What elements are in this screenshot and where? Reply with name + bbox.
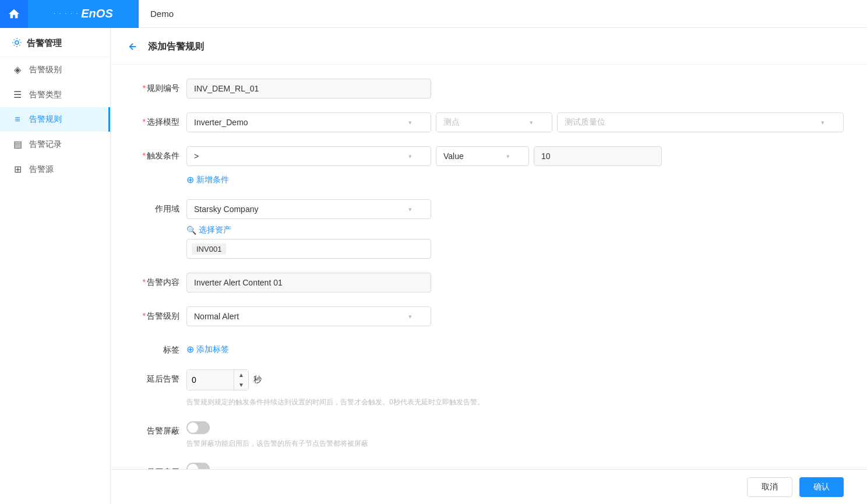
shield-row: 告警屏蔽 告警屏蔽功能启用后，该告警的所有子节点告警都将被屏蔽 <box>134 421 844 449</box>
sidebar: 告警管理 ◈ 告警级别 ☰ 告警类型 ≡ 告警规则 ▤ 告警记录 ⊞ 告警源 <box>0 28 111 504</box>
sidebar-item-alert-record[interactable]: ▤ 告警记录 <box>0 132 110 157</box>
add-condition-link[interactable]: ⊕ 新增条件 <box>186 174 229 185</box>
page-header: 添加告警规则 <box>111 28 867 65</box>
trigger-select-wrapper: > ▾ <box>186 146 431 166</box>
value-type-arrow: ▾ <box>506 153 510 160</box>
asset-tag-box[interactable]: INV001 <box>186 239 431 259</box>
delay-decrement-btn[interactable]: ▼ <box>234 380 248 390</box>
add-tag-icon: ⊕ <box>186 344 194 355</box>
value-number-input[interactable] <box>534 146 662 166</box>
alert-level-label: 告警级别 <box>134 306 186 322</box>
point-select[interactable]: 测点 ▾ <box>436 112 552 132</box>
alert-level-select-wrapper: Normal Alert ▾ <box>186 306 431 326</box>
model-select-arrow: ▾ <box>408 119 412 126</box>
add-tag-link[interactable]: ⊕ 添加标签 <box>186 344 229 355</box>
alert-rule-icon: ≡ <box>12 114 23 125</box>
alert-level-select[interactable]: Normal Alert ▾ <box>186 306 431 326</box>
point-placeholder: 测点 <box>443 117 460 128</box>
sidebar-item-label: 告警类型 <box>29 90 62 100</box>
scope-label: 作用域 <box>134 199 186 214</box>
sidebar-header: 告警管理 <box>0 28 110 57</box>
trigger-value: > <box>194 151 199 161</box>
value-type-select[interactable]: Value ▾ <box>436 146 529 166</box>
delay-hint: 告警规则规定的触发条件持续达到设置的时间后，告警才会触发。0秒代表无延时立即触发… <box>186 397 484 407</box>
trigger-label: 触发条件 <box>134 146 186 161</box>
alert-level-icon: ◈ <box>12 64 23 75</box>
value-type-wrapper: Value ▾ <box>436 146 529 166</box>
delay-input-wrap: ▲ ▼ <box>186 369 249 390</box>
delay-wrapper: ▲ ▼ 秒 <box>186 369 262 390</box>
scope-value: Starsky Company <box>194 205 258 214</box>
delay-increment-btn[interactable]: ▲ <box>234 370 248 380</box>
tag-label: 标签 <box>134 340 186 355</box>
app-name: Demo <box>139 9 174 19</box>
select-asset-label: 选择资产 <box>199 225 231 235</box>
rule-id-label: 规则编号 <box>134 79 186 94</box>
trigger-select-arrow: ▾ <box>408 153 412 160</box>
back-button[interactable] <box>125 38 141 55</box>
sidebar-item-alert-rule[interactable]: ≡ 告警规则 <box>0 107 110 132</box>
home-button[interactable] <box>0 0 28 28</box>
sidebar-item-label: 告警规则 <box>29 114 62 125</box>
confirm-button[interactable]: 确认 <box>799 477 844 497</box>
point-select-arrow: ▾ <box>530 119 533 126</box>
svg-point-0 <box>15 41 19 44</box>
alert-content-input[interactable] <box>186 273 431 292</box>
rule-id-input[interactable] <box>186 79 431 98</box>
shield-hint: 告警屏蔽功能启用后，该告警的所有子节点告警都将被屏蔽 <box>186 439 368 449</box>
delay-stepper: ▲ ▼ <box>234 370 248 390</box>
search-icon: 🔍 <box>186 225 196 235</box>
delay-input[interactable] <box>187 370 234 390</box>
alert-record-icon: ▤ <box>12 139 23 150</box>
scope-select[interactable]: Starsky Company ▾ <box>186 199 431 219</box>
alert-type-icon: ☰ <box>12 89 23 100</box>
logo-text: EnOS <box>81 7 112 20</box>
topbar-logo: · · · · · EnOS <box>28 0 139 28</box>
alert-manage-icon <box>12 37 22 50</box>
footer-bar: 取消 确认 <box>111 469 867 504</box>
model-select-wrapper: Inverter_Demo ▾ <box>186 112 431 132</box>
page-title: 添加告警规则 <box>148 41 204 53</box>
sidebar-item-alert-type[interactable]: ☰ 告警类型 <box>0 82 110 107</box>
model-select[interactable]: Inverter_Demo ▾ <box>186 112 431 132</box>
sidebar-item-label: 告警记录 <box>29 139 62 150</box>
logo-dots: · · · · · <box>54 10 79 17</box>
alert-level-row: 告警级别 Normal Alert ▾ <box>134 306 844 326</box>
delay-row: 延后告警 ▲ ▼ 秒 告警规则规定的触发条件持续达到设置的时间后，告警才会触发。… <box>134 369 844 407</box>
sidebar-item-alert-level[interactable]: ◈ 告警级别 <box>0 57 110 82</box>
trigger-row: 触发条件 > ▾ Value ▾ <box>134 146 844 185</box>
form-area: 规则编号 选择模型 Inverter_Demo ▾ 测点 ▾ <box>111 65 867 504</box>
alert-content-label: 告警内容 <box>134 273 186 288</box>
quality-placeholder: 测试质量位 <box>565 117 605 128</box>
main-content: 添加告警规则 规则编号 选择模型 Inverter_Demo ▾ <box>111 28 867 504</box>
select-asset-link[interactable]: 🔍 选择资产 <box>186 225 231 235</box>
quality-select-arrow: ▾ <box>821 119 824 126</box>
value-type-value: Value <box>443 151 464 161</box>
quality-select-wrapper: 测试质量位 ▾ <box>557 112 844 132</box>
rule-id-row: 规则编号 <box>134 79 844 98</box>
delay-label: 延后告警 <box>134 369 186 385</box>
asset-tag-item: INV001 <box>192 244 226 255</box>
delay-unit: 秒 <box>253 375 262 385</box>
model-row: 选择模型 Inverter_Demo ▾ 测点 ▾ 测试质量位 <box>134 112 844 132</box>
alert-level-arrow: ▾ <box>408 313 412 320</box>
alert-level-value: Normal Alert <box>194 312 239 321</box>
shield-toggle[interactable] <box>186 421 210 434</box>
scope-select-arrow: ▾ <box>408 206 412 213</box>
alert-source-icon: ⊞ <box>12 164 23 175</box>
model-label: 选择模型 <box>134 112 186 128</box>
quality-select[interactable]: 测试质量位 ▾ <box>557 112 844 132</box>
model-select-value: Inverter_Demo <box>194 118 248 127</box>
tag-row: 标签 ⊕ 添加标签 <box>134 340 844 355</box>
sidebar-item-alert-source[interactable]: ⊞ 告警源 <box>0 157 110 182</box>
trigger-condition-select[interactable]: > ▾ <box>186 146 431 166</box>
sidebar-header-label: 告警管理 <box>27 38 62 49</box>
point-select-wrapper: 测点 ▾ <box>436 112 552 132</box>
add-icon: ⊕ <box>186 174 194 185</box>
sidebar-item-label: 告警级别 <box>29 65 62 75</box>
add-condition-label: 新增条件 <box>196 175 229 185</box>
topbar: · · · · · EnOS Demo <box>0 0 867 28</box>
cancel-button[interactable]: 取消 <box>747 477 792 497</box>
alert-content-row: 告警内容 <box>134 273 844 292</box>
add-tag-label: 添加标签 <box>196 344 229 355</box>
